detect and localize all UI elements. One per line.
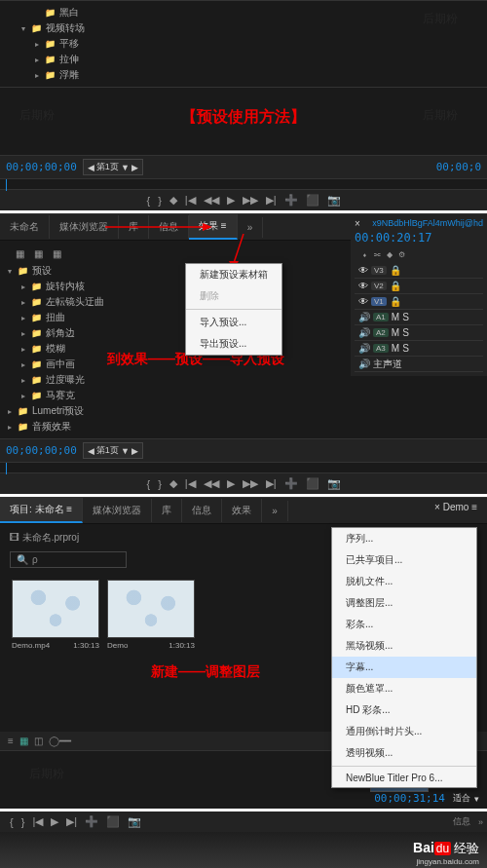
menu-sequence[interactable]: 序列...: [332, 528, 476, 549]
tree-item[interactable]: ▸📁斜角边: [8, 325, 158, 341]
tree-item[interactable]: ▾📁预设: [8, 263, 158, 279]
play-icon[interactable]: ▶: [51, 815, 58, 828]
menu-export-preset[interactable]: 导出预设...: [186, 333, 281, 355]
timecode[interactable]: 00;00;00;00: [6, 444, 77, 457]
overwrite-icon[interactable]: ⬛: [306, 477, 319, 490]
tree-item[interactable]: ▸📁左転镜头迂曲: [8, 294, 158, 310]
search-input[interactable]: 🔍ρ: [10, 551, 127, 568]
prev-icon[interactable]: ◀◀: [204, 194, 219, 207]
overwrite-icon[interactable]: ⬛: [106, 815, 120, 828]
mark-out-icon[interactable]: }: [158, 478, 162, 490]
export-icon[interactable]: 📷: [128, 815, 141, 828]
menu-adjustment-layer[interactable]: 调整图层...: [332, 592, 476, 614]
page-selector[interactable]: ◀第1页▼▶: [83, 159, 143, 175]
export-icon[interactable]: 📷: [327, 477, 341, 490]
menu-new-preset-bin[interactable]: 新建预设素材箱: [186, 264, 281, 285]
tab-more[interactable]: »: [238, 217, 264, 238]
play-icon[interactable]: ▶: [227, 194, 235, 207]
snap-icon[interactable]: ⬧: [362, 250, 367, 259]
step-back-icon[interactable]: |◀: [32, 815, 43, 828]
marker-icon[interactable]: ◆: [169, 477, 177, 490]
overwrite-icon[interactable]: ⬛: [306, 194, 319, 207]
tree-item[interactable]: ▾📁视频转场: [8, 20, 479, 36]
tree-item[interactable]: ▸📁音频效果: [8, 419, 158, 434]
menu-color-matte[interactable]: 颜色遮罩...: [332, 678, 476, 699]
media-thumbnail[interactable]: Demo.mp41:30:13: [12, 580, 99, 650]
media-thumbnail[interactable]: Demo1:30:13: [107, 580, 195, 650]
tree-item[interactable]: ▸📁拉伸: [8, 52, 479, 67]
tab-project[interactable]: 项目: 未命名 ≡: [0, 498, 83, 523]
next-icon[interactable]: ▶▶: [243, 194, 258, 207]
menu-transparent-video[interactable]: 透明视频...: [332, 742, 476, 764]
menu-bars[interactable]: 彩条...: [332, 614, 476, 635]
freeform-view-icon[interactable]: ◫: [34, 736, 43, 746]
track-v3[interactable]: 👁V3🔒: [355, 263, 483, 279]
tree-item[interactable]: ▸📁扭曲: [8, 310, 158, 325]
track-a2[interactable]: 🔊A2MS: [355, 325, 483, 341]
fit-dropdown[interactable]: 适合 ▾: [453, 792, 479, 805]
tab-media-browser[interactable]: 媒体浏览器: [50, 215, 119, 239]
icon-view-icon[interactable]: ▦: [19, 736, 28, 746]
track-a3[interactable]: 🔊A3MS: [355, 341, 483, 357]
mark-in-icon[interactable]: {: [10, 816, 14, 828]
tree-item[interactable]: ▸📁浮雕: [8, 67, 479, 83]
tab-library[interactable]: 库: [152, 499, 182, 522]
tab-info[interactable]: 信息: [182, 499, 222, 522]
settings-icon[interactable]: ⚙: [398, 250, 405, 259]
tab-info[interactable]: 信息: [149, 215, 189, 239]
menu-black-video[interactable]: 黑场视频...: [332, 635, 476, 657]
zoom-slider[interactable]: ◯━━: [49, 736, 71, 746]
timeline-ruler[interactable]: [0, 462, 487, 473]
tab-demo[interactable]: × Demo ≡: [434, 502, 477, 512]
play-icon[interactable]: ▶: [227, 477, 235, 490]
tab-project[interactable]: 未命名: [0, 215, 50, 239]
menu-offline-file[interactable]: 脱机文件...: [332, 571, 476, 592]
insert-icon[interactable]: ➕: [284, 194, 298, 207]
step-fwd-icon[interactable]: ▶|: [266, 477, 277, 490]
menu-newblue[interactable]: NewBlue Titler Pro 6...: [332, 769, 476, 787]
menu-hd-bars[interactable]: HD 彩条...: [332, 699, 476, 721]
track-v1[interactable]: 👁V1🔒: [355, 294, 483, 310]
timecode[interactable]: 00;00;31;14: [374, 792, 445, 805]
mark-out-icon[interactable]: }: [21, 816, 25, 828]
step-fwd-icon[interactable]: ▶|: [266, 194, 277, 207]
tree-item[interactable]: ▸📁Lumetri预设: [8, 403, 158, 419]
timecode[interactable]: 00;00;00;00: [6, 161, 77, 173]
sequence-timecode[interactable]: 00:00:20:17: [355, 229, 483, 246]
tree-item[interactable]: 📁黑白: [8, 5, 479, 20]
tree-item[interactable]: ▸📁旋转内核: [8, 279, 158, 294]
step-fwd-icon[interactable]: ▶|: [66, 815, 77, 828]
mark-out-icon[interactable]: }: [158, 195, 162, 207]
tab-library[interactable]: 库: [119, 215, 149, 239]
export-icon[interactable]: 📷: [327, 194, 341, 207]
menu-shared-project[interactable]: 已共享项目...: [332, 549, 476, 571]
marker-icon[interactable]: ◆: [387, 250, 393, 259]
timeline-ruler[interactable]: [0, 178, 487, 190]
prev-icon[interactable]: ◀◀: [204, 477, 219, 490]
mark-in-icon[interactable]: {: [146, 195, 150, 207]
tab-more[interactable]: »: [262, 501, 288, 521]
track-v2[interactable]: 👁V2🔒: [355, 279, 483, 294]
mark-in-icon[interactable]: {: [146, 478, 150, 490]
tree-item[interactable]: ▸📁平移: [8, 36, 479, 52]
tab-effects[interactable]: 效果: [222, 499, 262, 522]
menu-captions[interactable]: 字幕...: [332, 657, 476, 678]
tree-item[interactable]: ▸📁过度曝光: [8, 372, 158, 388]
track-a1[interactable]: 🔊A1MS: [355, 310, 483, 325]
menu-countdown[interactable]: 通用倒计时片头...: [332, 721, 476, 742]
next-icon[interactable]: ▶▶: [243, 477, 258, 490]
menu-import-preset[interactable]: 导入预设...: [186, 312, 281, 333]
tab-media-browser[interactable]: 媒体浏览器: [83, 499, 152, 522]
insert-icon[interactable]: ➕: [85, 815, 98, 828]
tab-more[interactable]: »: [478, 817, 483, 827]
marker-icon[interactable]: ◆: [169, 194, 177, 207]
link-icon[interactable]: ⫘: [373, 250, 381, 259]
list-view-icon[interactable]: ≡: [8, 736, 14, 746]
tab-effects[interactable]: 效果 ≡: [189, 214, 238, 240]
fx-badge-icon[interactable]: ▦: [53, 248, 61, 259]
track-master[interactable]: 🔊主声道: [355, 357, 483, 372]
page-selector[interactable]: ◀第1页▼▶: [83, 442, 143, 459]
tab-info[interactable]: 信息: [453, 815, 470, 828]
tree-item[interactable]: ▸📁马赛克: [8, 388, 158, 403]
step-back-icon[interactable]: |◀: [185, 477, 196, 490]
